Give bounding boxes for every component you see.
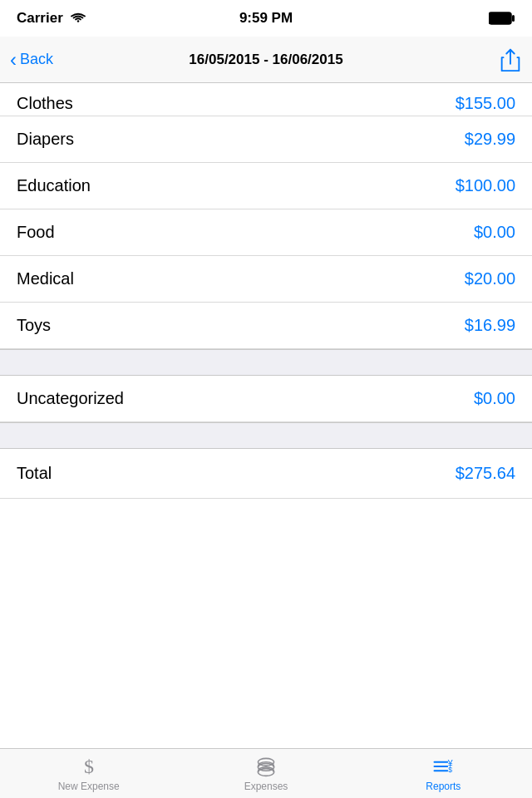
tab-new-expense[interactable]: $ New Expense — [0, 749, 177, 798]
row-label: Food — [17, 223, 55, 242]
list-item: Toys $16.99 — [0, 303, 532, 349]
back-label: Back — [20, 51, 53, 68]
reports-icon: ¥ $ — [431, 755, 455, 778]
row-label: Medical — [17, 269, 74, 288]
back-chevron-icon: ‹ — [10, 50, 17, 70]
tab-reports-label: Reports — [426, 781, 461, 792]
tab-expenses-label: Expenses — [244, 781, 288, 792]
carrier-label: Carrier — [17, 10, 63, 27]
row-label: Uncategorized — [17, 389, 124, 408]
tab-bar: $ New Expense Expenses ¥ $ Reports — [0, 748, 532, 798]
row-label: Education — [17, 176, 91, 195]
back-button[interactable]: ‹ Back — [10, 50, 53, 70]
total-label: Total — [17, 464, 52, 483]
nav-title: 16/05/2015 - 16/06/2015 — [189, 52, 342, 68]
svg-text:$: $ — [449, 766, 453, 774]
list-item: Uncategorized $0.00 — [0, 376, 532, 422]
row-value: $29.99 — [465, 130, 515, 149]
list-item: Clothes $155.00 — [0, 83, 532, 116]
svg-rect-0 — [489, 12, 511, 24]
tab-expenses[interactable]: Expenses — [177, 749, 354, 798]
total-value: $275.64 — [456, 464, 515, 483]
share-icon[interactable] — [499, 47, 522, 73]
content-list: Clothes $155.00 Diapers $29.99 Education… — [0, 83, 532, 748]
section-separator — [0, 422, 532, 449]
row-value: $20.00 — [465, 269, 515, 288]
row-value: $100.00 — [456, 176, 515, 195]
wifi-icon — [70, 12, 86, 24]
svg-rect-1 — [512, 15, 515, 22]
battery-area — [489, 12, 515, 25]
svg-text:$: $ — [84, 756, 94, 777]
row-label: Toys — [17, 316, 51, 335]
list-item: Medical $20.00 — [0, 256, 532, 303]
battery-icon — [489, 12, 515, 25]
row-value: $155.00 — [456, 86, 515, 113]
expenses-icon — [254, 755, 278, 778]
total-row: Total $275.64 — [0, 449, 532, 499]
row-label: Clothes — [17, 86, 73, 113]
dollar-icon: $ — [77, 755, 101, 778]
tab-new-expense-label: New Expense — [58, 781, 120, 792]
status-time: 9:59 PM — [239, 10, 293, 27]
row-value: $0.00 — [474, 223, 515, 242]
section-separator — [0, 349, 532, 376]
row-label: Diapers — [17, 130, 74, 149]
status-bar: Carrier 9:59 PM — [0, 0, 532, 37]
tab-reports[interactable]: ¥ $ Reports — [355, 749, 532, 798]
list-item: Food $0.00 — [0, 209, 532, 256]
row-value: $0.00 — [474, 389, 515, 408]
nav-bar: ‹ Back 16/05/2015 - 16/06/2015 — [0, 37, 532, 83]
list-item: Diapers $29.99 — [0, 116, 532, 163]
row-value: $16.99 — [465, 316, 515, 335]
carrier-wifi: Carrier — [17, 10, 86, 27]
list-item: Education $100.00 — [0, 163, 532, 209]
